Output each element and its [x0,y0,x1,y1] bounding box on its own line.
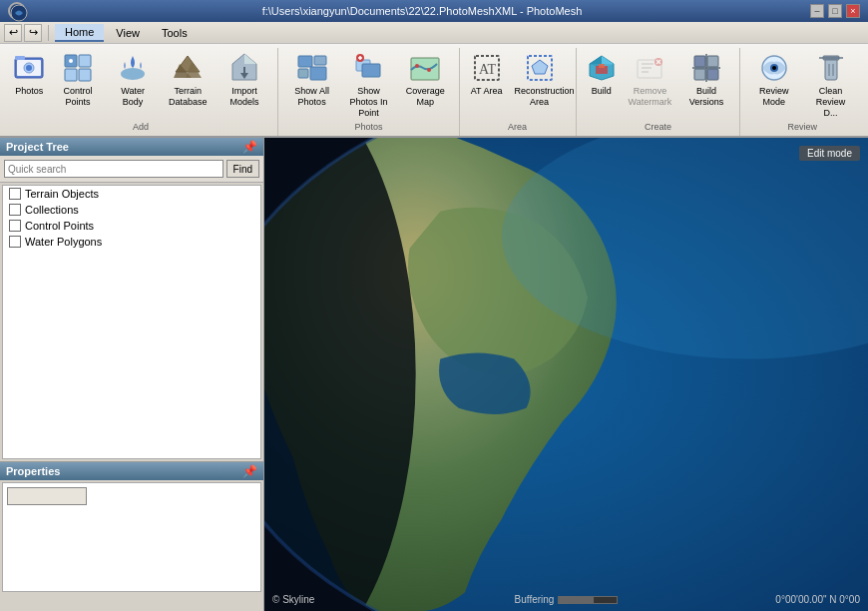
build-versions-icon [690,52,722,84]
tree-item-water-polygons[interactable]: Water Polygons [3,234,260,250]
collections-checkbox[interactable] [9,204,21,216]
svg-rect-3 [15,56,25,60]
search-bar: Find [0,156,263,183]
svg-point-10 [69,59,73,63]
review-mode-button[interactable]: Review Mode [746,48,801,112]
menu-view[interactable]: View [106,25,150,41]
tree-area: Terrain Objects Collections Control Poin… [2,185,261,459]
coords-label: 0°00'00.00" N 0°00 [775,594,860,605]
clean-review-label: Clean Review D... [808,86,853,118]
find-button[interactable]: Find [226,160,259,178]
remove-watermark-label: Remove Watermark [628,86,672,108]
maximize-button[interactable]: □ [828,4,842,18]
show-all-photos-button[interactable]: Show All Photos [284,48,339,112]
photos-icon [13,52,45,84]
build-button[interactable]: Build [583,48,622,101]
svg-rect-8 [65,69,77,81]
control-points-label: Control Points [25,220,94,232]
svg-rect-19 [298,56,312,67]
review-mode-icon [758,52,790,84]
import-models-button[interactable]: Import Models [217,48,272,112]
remove-watermark-button: Remove Watermark [623,48,677,112]
reconstruction-area-icon [524,52,556,84]
show-all-photos-label: Show All Photos [289,86,334,108]
svg-rect-51 [707,69,718,80]
at-area-button[interactable]: AT AT Area [466,48,508,101]
coverage-map-button[interactable]: Coverage Map [398,48,453,112]
viewport: Edit mode © Skyline Buffering 0°00'00.00… [264,138,868,611]
ribbon-group-review: Review Mode Clean Review D... Review [740,48,864,136]
buffering-progress [558,596,618,604]
coverage-map-icon [409,52,441,84]
title-bar: f:\Users\xiangyun\Documents\22\22.PhotoM… [0,0,868,22]
close-button[interactable]: × [846,4,860,18]
terrain-objects-checkbox[interactable] [9,188,21,200]
review-group-label: Review [787,122,817,134]
control-points-checkbox[interactable] [9,220,21,232]
undo-button[interactable]: ↩ [4,24,22,42]
menu-tools[interactable]: Tools [152,25,198,41]
svg-marker-34 [532,60,548,74]
remove-watermark-icon [634,52,665,84]
area-group-label: Area [508,122,527,134]
properties-pin[interactable]: 📌 [242,464,257,478]
earth-visualization [264,138,868,611]
svg-rect-9 [79,69,91,81]
import-models-label: Import Models [222,86,267,108]
tree-item-terrain-objects[interactable]: Terrain Objects [3,186,260,202]
project-tree-pin[interactable]: 📌 [242,140,257,154]
build-versions-button[interactable]: Build Versions [679,48,734,112]
minimize-button[interactable]: – [810,4,824,18]
review-mode-label: Review Mode [751,86,796,108]
photos-group-label: Photos [354,122,382,134]
clean-review-button[interactable]: Clean Review D... [803,48,858,122]
redo-button[interactable]: ↪ [24,24,42,42]
svg-rect-24 [362,64,380,77]
properties-input[interactable] [7,487,87,505]
svg-rect-49 [707,56,718,67]
app-logo [8,2,26,20]
terrain-database-icon [172,52,204,84]
svg-point-11 [121,68,145,80]
show-photos-in-point-button[interactable]: Show Photos In Point [341,48,396,122]
svg-text:AT: AT [479,62,497,77]
tree-item-collections[interactable]: Collections [3,202,260,218]
project-tree-header: Project Tree 📌 [0,138,263,156]
ribbon-group-area: AT AT Area Reconstruction Area Area [460,48,577,136]
build-versions-label: Build Versions [684,86,729,108]
svg-rect-40 [599,64,605,68]
build-label: Build [592,86,612,97]
coverage-map-label: Coverage Map [403,86,448,108]
search-input[interactable] [4,160,223,178]
clean-review-icon [815,52,847,84]
buffering-bar: Buffering [515,594,619,605]
control-points-icon [62,52,94,84]
properties-panel: Properties 📌 [0,461,263,611]
water-polygons-checkbox[interactable] [9,236,21,248]
properties-content [2,482,261,592]
photos-label: Photos [15,86,43,97]
menu-home[interactable]: Home [55,24,104,42]
collections-label: Collections [25,204,79,216]
svg-point-56 [772,66,776,70]
ribbon-group-photos: Show All Photos Show Photos In Point [278,48,459,136]
show-photos-in-point-icon [352,52,384,84]
buffering-label: Buffering [515,594,555,605]
left-panel: Project Tree 📌 Find Terrain Objects Coll… [0,138,264,611]
control-points-button[interactable]: Control Points [51,48,106,112]
terrain-database-button[interactable]: Terrain Database [161,48,216,112]
ribbon-group-create: Build Remove Watermark [577,48,741,136]
terrain-objects-label: Terrain Objects [25,188,99,200]
at-area-label: AT Area [471,86,503,97]
terrain-database-label: Terrain Database [166,86,211,108]
water-body-icon [117,52,149,84]
photos-button[interactable]: Photos [10,48,49,101]
ribbon: Photos Control Points [0,44,868,138]
reconstruction-area-button[interactable]: Reconstruction Area [510,48,570,112]
svg-rect-50 [694,69,705,80]
tree-item-control-points[interactable]: Control Points [3,218,260,234]
svg-rect-48 [694,56,705,67]
import-models-icon [228,52,260,84]
water-body-button[interactable]: Water Body [107,48,159,112]
water-polygons-label: Water Polygons [25,236,102,248]
